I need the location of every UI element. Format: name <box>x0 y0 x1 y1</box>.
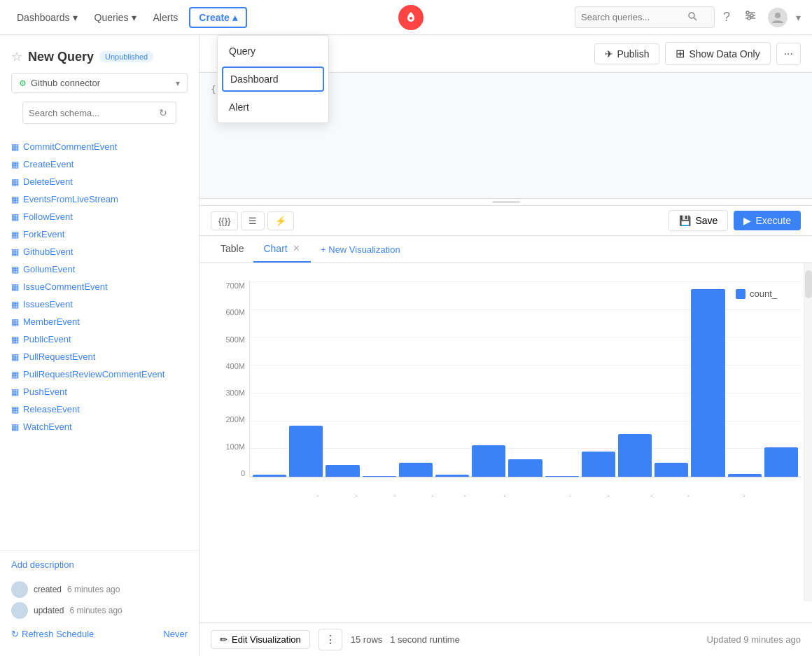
bar[interactable] <box>289 426 323 477</box>
nav-create-button[interactable]: Create ▴ <box>189 7 247 28</box>
bar-wrapper[interactable] <box>545 281 579 477</box>
sidebar-table-item[interactable]: ▦IssueCommentEvent <box>0 278 199 295</box>
sidebar-table-item[interactable]: ▦GollumEvent <box>0 260 199 278</box>
bar[interactable] <box>618 434 652 477</box>
sidebar-table-item[interactable]: ▦ReleaseEvent <box>0 400 199 418</box>
search-bar[interactable] <box>575 6 715 28</box>
y-axis-label: 200M <box>225 415 245 424</box>
sidebar-table-item[interactable]: ▦FollowEvent <box>0 208 199 225</box>
bar-wrapper[interactable] <box>508 281 542 477</box>
sidebar-table-item[interactable]: ▦MemberEvent <box>0 313 199 330</box>
schema-search-input[interactable] <box>29 108 156 118</box>
bar[interactable] <box>545 476 579 477</box>
sidebar-table-item[interactable]: ▦GithubEvent <box>0 243 199 260</box>
tab-chart[interactable]: Chart × <box>253 236 311 263</box>
add-description-btn[interactable]: Add description <box>11 559 188 570</box>
bar-wrapper[interactable] <box>253 281 286 477</box>
bar[interactable] <box>399 463 433 477</box>
more-options-button[interactable]: ··· <box>776 43 801 65</box>
sidebar-table-item[interactable]: ▦EventsFromLiveStream <box>0 190 199 208</box>
sidebar-table-item[interactable]: ▦PushEvent <box>0 383 199 400</box>
bar[interactable] <box>582 452 615 477</box>
scrollbar-thumb[interactable] <box>805 270 812 298</box>
edit-visualization-button[interactable]: ✏ Edit Visualization <box>211 630 310 649</box>
schema-search[interactable]: ↻ <box>22 102 176 124</box>
bar-wrapper[interactable] <box>691 281 724 477</box>
bar[interactable] <box>691 289 724 477</box>
table-grid-icon: ▦ <box>11 142 19 152</box>
sidebar-table-item[interactable]: ▦ForkEvent <box>0 225 199 243</box>
tab-new-visualization[interactable]: + New Visualization <box>311 237 410 262</box>
bar-wrapper[interactable] <box>472 281 505 477</box>
bar-wrapper[interactable] <box>764 281 798 477</box>
bar-wrapper[interactable] <box>654 281 688 477</box>
chart-scrollbar[interactable] <box>804 263 812 601</box>
avatar[interactable] <box>768 8 788 27</box>
lightning-btn[interactable]: ⚡ <box>267 211 294 230</box>
save-button[interactable]: 💾 Save <box>668 210 728 231</box>
y-axis-label: 600M <box>225 308 245 316</box>
bar[interactable] <box>435 475 469 477</box>
sidebar-table-item[interactable]: ▦WatchEvent <box>0 418 199 435</box>
sidebar-table-item[interactable]: ▦PullRequestEvent <box>0 348 199 365</box>
x-axis: CommitCommentEventCreateEventDeleteEvent… <box>211 483 801 496</box>
connector-select[interactable]: ⚙ Github connector ▾ <box>11 73 188 93</box>
nav-dashboards[interactable]: Dashboards ▾ <box>11 8 83 27</box>
bar[interactable] <box>728 474 762 477</box>
y-axis-label: 100M <box>225 442 245 451</box>
refresh-value[interactable]: Never <box>163 629 188 639</box>
bar-wrapper[interactable] <box>618 281 652 477</box>
x-labels: CommitCommentEventCreateEventDeleteEvent… <box>249 483 801 496</box>
x-label-container: CreateEvent <box>321 483 360 496</box>
list-btn[interactable]: ☰ <box>241 211 265 230</box>
bar-wrapper[interactable] <box>435 281 469 477</box>
bar[interactable] <box>363 476 396 477</box>
bar[interactable] <box>253 475 286 477</box>
bar-wrapper[interactable] <box>363 281 396 477</box>
format-icon: {{}} <box>218 216 230 226</box>
sidebar-table-item[interactable]: ▦IssuesEvent <box>0 295 199 313</box>
bar[interactable] <box>508 459 542 477</box>
bar[interactable] <box>472 445 505 477</box>
help-icon-btn[interactable]: ? <box>720 7 733 27</box>
tab-chart-close[interactable]: × <box>292 243 301 254</box>
bar-wrapper[interactable] <box>289 281 323 477</box>
x-label-container: MemberEvent <box>612 483 655 496</box>
dropdown-alert[interactable]: Alert <box>218 95 328 120</box>
lightning-icon: ⚡ <box>275 216 286 226</box>
settings-icon-btn[interactable] <box>741 6 760 28</box>
schema-refresh-btn[interactable]: ↻ <box>156 106 170 120</box>
format-btn[interactable]: {{}} <box>211 211 238 230</box>
refresh-schedule-btn[interactable]: ↻ Refresh Schedule <box>11 629 94 639</box>
bar-wrapper[interactable] <box>582 281 615 477</box>
show-data-button[interactable]: ⊞ Show Data Only <box>665 42 770 65</box>
bar-wrapper[interactable] <box>399 281 433 477</box>
svg-point-0 <box>410 17 412 20</box>
dropdown-query[interactable]: Query <box>218 39 328 64</box>
publish-button[interactable]: ✈ Publish <box>594 43 660 64</box>
star-icon[interactable]: ☆ <box>11 49 22 64</box>
dropdown-dashboard[interactable]: Dashboard <box>222 67 324 92</box>
footer-more-btn[interactable]: ⋮ <box>318 629 342 650</box>
drag-handle[interactable] <box>200 199 812 206</box>
sidebar-table-item[interactable]: ▦CommitCommentEvent <box>0 138 199 155</box>
bar[interactable] <box>654 463 688 477</box>
sidebar-table-item[interactable]: ▦DeleteEvent <box>0 173 199 190</box>
sidebar-table-item[interactable]: ▦PublicEvent <box>0 330 199 348</box>
execute-button[interactable]: ▶ Execute <box>734 211 801 230</box>
editor-tools: {{}} ☰ ⚡ <box>211 211 294 230</box>
tab-table[interactable]: Table <box>211 236 253 263</box>
dropdown-dashboard-label: Dashboard <box>230 74 279 85</box>
search-icon-btn[interactable] <box>686 10 699 25</box>
bar-wrapper[interactable] <box>728 281 762 477</box>
nav-alerts[interactable]: Alerts <box>148 8 184 27</box>
bar[interactable] <box>326 465 359 477</box>
tab-table-label: Table <box>220 243 244 254</box>
bar[interactable] <box>764 447 798 477</box>
bar-wrapper[interactable] <box>326 281 359 477</box>
sidebar-table-item[interactable]: ▦CreateEvent <box>0 155 199 173</box>
nav-queries[interactable]: Queries ▾ <box>89 8 142 27</box>
show-data-label: Show Data Only <box>689 48 760 60</box>
sidebar-table-item[interactable]: ▦PullRequestReviewCommentEvent <box>0 365 199 383</box>
search-input[interactable] <box>581 12 686 22</box>
